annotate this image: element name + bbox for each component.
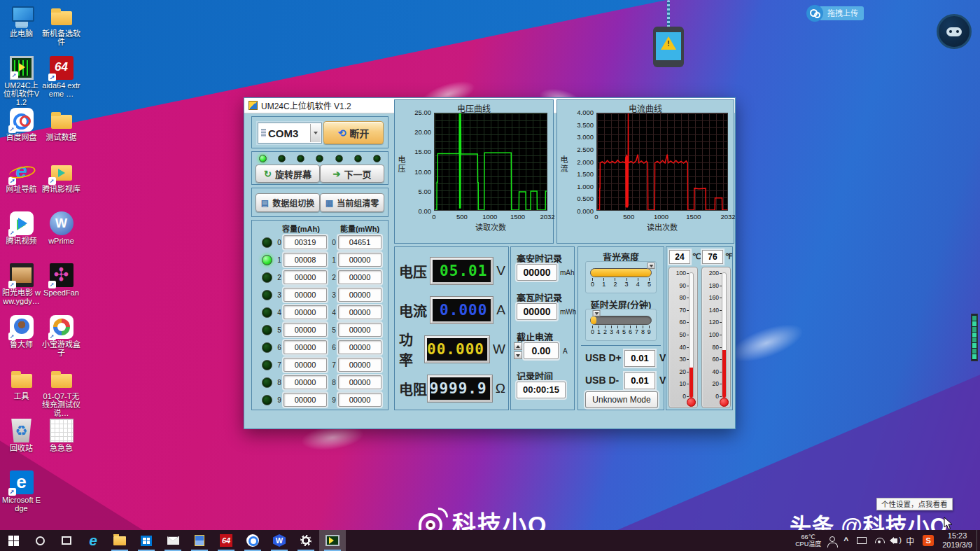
thermo-scale-label: 50: [680, 331, 686, 338]
um24c-icon: ➚: [10, 56, 34, 80]
table-row: 900000900000: [262, 392, 393, 407]
tick-label: 0: [591, 281, 594, 288]
desktop-icon-label: 鲁大师: [1, 340, 41, 349]
cutoff-current-value[interactable]: 0.00: [524, 342, 559, 359]
netdisk-upload-widget[interactable]: 拖拽上传: [806, 6, 864, 21]
desktop-icon-movie[interactable]: ➚阳光电影 www.ygdy…: [1, 262, 41, 314]
search-icon[interactable]: [27, 530, 53, 551]
store-icon[interactable]: [133, 530, 160, 551]
aida-icon: 64➚: [50, 56, 74, 80]
desktop-icon-edge[interactable]: e➚Microsoft Edge: [1, 469, 41, 521]
sogou-input-icon[interactable]: S: [918, 530, 938, 551]
task-view-icon[interactable]: [53, 530, 80, 551]
energy-value: 00000: [338, 253, 382, 267]
cpu-temp-widget[interactable]: 66℃ CPU温度: [791, 530, 825, 551]
records-panel: 毫安时记录 00000 mAh 毫瓦时记录 00000 mWh 截止电流 0.0…: [510, 246, 575, 410]
x-tick-label: 500: [456, 213, 468, 221]
desktop-icon-ie[interactable]: e➚网址导航: [1, 158, 41, 210]
desktop-icon-folder[interactable]: 工具: [1, 365, 41, 417]
rotate-screen-button[interactable]: ↻ 旋转屏幕: [255, 165, 320, 183]
chart-x-axis-label: 读出次数: [596, 221, 728, 232]
mail-icon-glyph: [167, 536, 179, 545]
cutoff-spinner[interactable]: [514, 342, 522, 359]
status-led-row: [259, 155, 381, 162]
um24c-app-icon-glyph: [326, 535, 340, 546]
thermo-fill: [690, 368, 693, 398]
system-tray: 66℃ CPU温度 ^ 中 S 15:23 2019/3/9: [791, 530, 980, 551]
archive-icon[interactable]: [186, 530, 213, 551]
data-group-switch-button[interactable]: ▤ 数据组切换: [255, 193, 320, 212]
desktop-icon-tv[interactable]: ➚腾讯视频: [1, 210, 41, 262]
language-indicator[interactable]: 中: [902, 530, 918, 551]
unknown-mode-button[interactable]: Unknown Mode: [585, 391, 658, 408]
measurement-unit: Ω: [496, 381, 505, 396]
backlight-slider[interactable]: 012345: [585, 261, 657, 293]
file-explorer-icon[interactable]: [106, 530, 133, 551]
thermo-scale-label: 120: [709, 319, 719, 326]
desktop-icon-aida[interactable]: 64➚aida64 extreme …: [41, 55, 81, 106]
desktop-icon-baidu[interactable]: ➚百度网盘: [1, 106, 41, 158]
performance-edge-widget[interactable]: [971, 314, 978, 361]
tick-label: 2: [603, 328, 607, 335]
com-dropdown-button[interactable]: [310, 124, 321, 142]
clear-group-button[interactable]: ▦ 当前组清零: [320, 193, 384, 212]
desktop-icon-fplay[interactable]: ➚腾讯影视库: [41, 158, 81, 210]
energy-value: 00000: [338, 340, 382, 354]
y-tick-label: 1.000: [577, 183, 594, 190]
um24c-app-icon[interactable]: [319, 530, 346, 551]
tick-label: 4: [636, 281, 640, 288]
clock[interactable]: 15:23 2019/3/9: [938, 530, 976, 551]
show-desktop-button[interactable]: [976, 530, 980, 551]
nav-panel: ↻ 旋转屏幕 ➔ 下一页: [251, 151, 388, 185]
next-page-button[interactable]: ➔ 下一页: [320, 165, 384, 183]
group-led: [262, 342, 272, 353]
desktop-icon-wprime[interactable]: WwPrime: [41, 210, 81, 262]
edge-icon[interactable]: e: [80, 530, 106, 551]
volume-icon[interactable]: [889, 530, 902, 551]
desktop-icon-folder[interactable]: 新机备选软件: [41, 3, 81, 55]
desktop-icon-label: 百度网盘: [1, 133, 41, 141]
status-led: [259, 155, 267, 162]
settings-gear-icon[interactable]: [293, 530, 319, 551]
y-tick-label: 15.00: [414, 148, 431, 155]
desktop-icon-ludashi[interactable]: ➚鲁大师: [1, 314, 41, 365]
wps-icon[interactable]: W: [266, 530, 293, 551]
y-tick-label: 3.500: [577, 121, 594, 129]
chart-y-ticks: 4.0003.5003.0002.5002.0001.5001.0000.500…: [566, 109, 594, 215]
desktop-icon-gamebox[interactable]: ➚小宝游戏盒子: [41, 314, 81, 365]
slider-handle[interactable]: [648, 263, 655, 269]
folder-icon: [50, 4, 74, 28]
desktop-icon-speedfan[interactable]: ➚SpeedFan: [41, 262, 81, 314]
mail-icon[interactable]: [160, 530, 186, 551]
wifi-icon[interactable]: [871, 530, 889, 551]
row-index: 4: [330, 309, 338, 316]
slider-handle[interactable]: [592, 310, 600, 316]
archive-icon-glyph: [195, 535, 204, 546]
desktop-icon-folder[interactable]: 测试数据: [41, 106, 81, 158]
folder-icon: [10, 367, 34, 391]
baidu-netdisk-icon[interactable]: [239, 530, 266, 551]
status-led: [278, 155, 286, 162]
desktop-icon-sheet[interactable]: 急急急: [41, 417, 81, 469]
aida64-icon[interactable]: 64: [213, 530, 239, 551]
desktop-icon-folder[interactable]: 01-Q7-T无线充测试仪说…: [41, 365, 81, 417]
display-icon[interactable]: [853, 530, 871, 551]
game-box-floating-button[interactable]: [937, 14, 972, 49]
spin-down-icon[interactable]: [514, 351, 522, 359]
com-port-select[interactable]: COM3: [258, 123, 322, 144]
screen-off-slider[interactable]: 0123456789: [585, 309, 657, 341]
desktop-icon-recycle[interactable]: 回收站: [1, 417, 41, 469]
hidden-icons-chevron[interactable]: ^: [839, 530, 853, 551]
disconnect-button[interactable]: ⟲ 断开: [323, 121, 384, 144]
people-icon[interactable]: [825, 530, 839, 551]
desktop-icon-pc[interactable]: 此电脑: [1, 3, 41, 55]
refresh-icon: ⟲: [338, 127, 346, 139]
desktop-icon-um24c[interactable]: ➚UM24C上位机软件V1.2: [1, 55, 41, 106]
tick-label: 5: [648, 281, 651, 288]
tick-label: 4: [616, 328, 620, 335]
start-button[interactable]: [0, 530, 27, 551]
y-tick-label: 4.000: [577, 109, 594, 116]
phone-assistant-widget[interactable]: [644, 0, 693, 70]
row-index: 3: [275, 291, 284, 299]
spin-up-icon[interactable]: [514, 342, 522, 350]
